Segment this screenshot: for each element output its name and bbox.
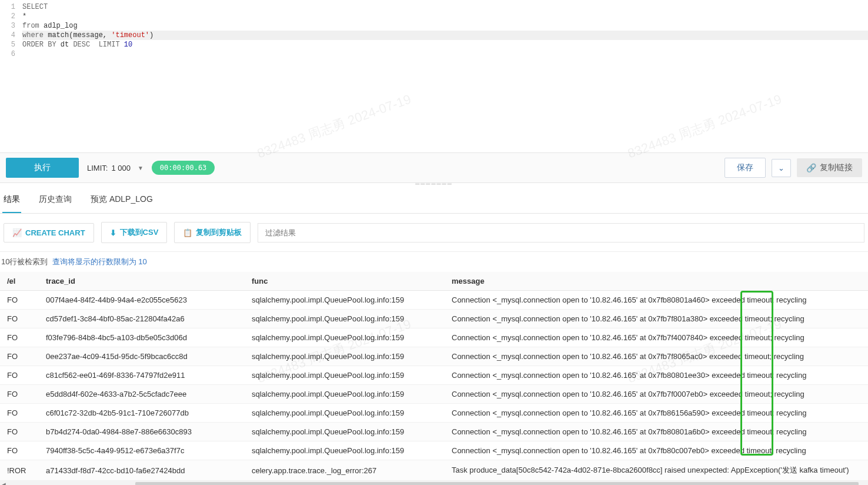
cell-level: FO <box>0 328 39 347</box>
save-button[interactable]: 保存 <box>725 158 766 178</box>
create-chart-button[interactable]: 📈 CREATE CHART <box>4 223 94 242</box>
cell-trace_id: a71433df-f8d7-42cc-bd10-fa6e27424bdd <box>39 460 245 481</box>
cell-trace_id: 0ee237ae-4c09-415d-95dc-5f9bcac6cc8d <box>39 347 245 366</box>
save-dropdown-button[interactable]: ⌄ <box>772 159 791 177</box>
result-tabs: 结果 历史查询 预览 ADLP_LOG <box>0 187 868 214</box>
tab-preview[interactable]: 预览 ADLP_LOG <box>89 194 154 213</box>
cell-func: sqlalchemy.pool.impl.QueuePool.log.info:… <box>245 404 445 423</box>
pane-drag-handle[interactable]: ═══════ <box>0 181 868 187</box>
editor-content[interactable]: SELECT * from adlp_log where match(messa… <box>22 2 868 59</box>
horizontal-scrollbar[interactable]: ◀ <box>0 481 868 485</box>
cell-level: FO <box>0 404 39 423</box>
cell-func: sqlalchemy.pool.impl.QueuePool.log.info:… <box>245 291 445 310</box>
row-count-info: 10行被检索到 查询将显示的行数限制为 10 <box>0 252 868 272</box>
editor-gutter: 1 2 3 4 5 6 <box>0 2 22 59</box>
table-row[interactable]: FO0ee237ae-4c09-415d-95dc-5f9bcac6cc8dsq… <box>0 347 868 366</box>
sql-editor-pane: 1 2 3 4 5 6 SELECT * from adlp_log where… <box>0 0 868 153</box>
cell-level: FO <box>0 291 39 310</box>
cell-level: FO <box>0 310 39 328</box>
cell-message: Connection <_mysql.connection open to '1… <box>445 441 868 460</box>
cell-func: celery.app.trace.trace._log_error:267 <box>245 460 445 481</box>
cell-func: sqlalchemy.pool.impl.QueuePool.log.info:… <box>245 441 445 460</box>
cell-message: Connection <_mysql.connection open to '1… <box>445 291 868 310</box>
cell-func: sqlalchemy.pool.impl.QueuePool.log.info:… <box>245 423 445 441</box>
query-toolbar: 执行 LIMIT: 1 000 ▼ 00:00:00.63 保存 ⌄ 🔗 复制链… <box>0 153 868 183</box>
col-header-func[interactable]: func <box>245 272 445 291</box>
cell-level: FO <box>0 347 39 366</box>
cell-message: Connection <_mysql.connection open to '1… <box>445 347 868 366</box>
scroll-thumb[interactable] <box>135 482 859 485</box>
cell-trace_id: b7b4d274-0da0-4984-88e7-886e6630c893 <box>39 423 245 441</box>
download-icon: ⬇ <box>110 228 116 237</box>
col-header-trace_id[interactable]: trace_id <box>39 272 245 291</box>
limit-selector[interactable]: LIMIT: 1 000 ▼ <box>87 164 143 172</box>
cell-trace_id: 7940ff38-5c5c-4a49-9512-e673e6a37f7c <box>39 441 245 460</box>
cell-message: Connection <_mysql.connection open to '1… <box>445 366 868 385</box>
cell-level: FO <box>0 423 39 441</box>
cell-func: sqlalchemy.pool.impl.QueuePool.log.info:… <box>245 347 445 366</box>
cell-message: Task produce_data[50c8c542-742a-4d02-871… <box>445 460 868 481</box>
download-csv-button[interactable]: ⬇ 下载到CSV <box>101 222 168 243</box>
table-row[interactable]: FO007f4ae4-84f2-44b9-94a4-e2c055ce5623sq… <box>0 291 868 310</box>
sql-editor[interactable]: 1 2 3 4 5 6 SELECT * from adlp_log where… <box>0 0 868 59</box>
link-icon: 🔗 <box>806 163 816 172</box>
table-row[interactable]: FOcd57def1-3c84-4bf0-85ac-212804fa42a6sq… <box>0 310 868 328</box>
tab-history[interactable]: 历史查询 <box>38 194 73 213</box>
table-row[interactable]: FOc6f01c72-32db-42b5-91c1-710e726077dbsq… <box>0 404 868 423</box>
limit-label: LIMIT: <box>87 164 108 172</box>
cell-message: Connection <_mysql.connection open to '1… <box>445 310 868 328</box>
table-row[interactable]: FOe5dd8d4f-602e-4633-a7b2-5c5cfadc7eeesq… <box>0 385 868 404</box>
chevron-down-icon: ⌄ <box>778 164 784 172</box>
copy-clipboard-button[interactable]: 📋 复制到剪贴板 <box>174 222 251 243</box>
cell-func: sqlalchemy.pool.impl.QueuePool.log.info:… <box>245 385 445 404</box>
cell-trace_id: cd57def1-3c84-4bf0-85ac-212804fa42a6 <box>39 310 245 328</box>
limit-value: 1 000 <box>111 164 131 172</box>
cell-level: !ROR <box>0 460 39 481</box>
cell-func: sqlalchemy.pool.impl.QueuePool.log.info:… <box>245 366 445 385</box>
tab-results[interactable]: 结果 <box>2 194 21 213</box>
cell-func: sqlalchemy.pool.impl.QueuePool.log.info:… <box>245 310 445 328</box>
table-row[interactable]: FOb7b4d274-0da0-4984-88e7-886e6630c893sq… <box>0 423 868 441</box>
cell-level: FO <box>0 385 39 404</box>
table-row[interactable]: FOf03fe796-84b8-4bc5-a103-db5e05c3d06dsq… <box>0 328 868 347</box>
scroll-left-icon[interactable]: ◀ <box>1 481 6 485</box>
cell-trace_id: c81cf562-ee01-469f-8336-74797fd2e911 <box>39 366 245 385</box>
results-table-wrap: 8324483 周志勇 2024-07-19 8324483 周志勇 2024-… <box>0 272 868 481</box>
table-row[interactable]: !RORa71433df-f8d7-42cc-bd10-fa6e27424bdd… <box>0 460 868 481</box>
cell-level: FO <box>0 366 39 385</box>
run-button[interactable]: 执行 <box>6 158 79 178</box>
cell-message: Connection <_mysql.connection open to '1… <box>445 385 868 404</box>
cell-trace_id: 007f4ae4-84f2-44b9-94a4-e2c055ce5623 <box>39 291 245 310</box>
watermark: 8324483 周志勇 2024-07-19 <box>625 91 784 163</box>
cell-message: Connection <_mysql.connection open to '1… <box>445 404 868 423</box>
chart-icon: 📈 <box>12 228 22 237</box>
cell-message: Connection <_mysql.connection open to '1… <box>445 423 868 441</box>
cell-trace_id: e5dd8d4f-602e-4633-a7b2-5c5cfadc7eee <box>39 385 245 404</box>
cell-func: sqlalchemy.pool.impl.QueuePool.log.info:… <box>245 328 445 347</box>
cell-message: Connection <_mysql.connection open to '1… <box>445 328 868 347</box>
elapsed-time: 00:00:00.63 <box>152 161 215 175</box>
results-toolbar: 📈 CREATE CHART ⬇ 下载到CSV 📋 复制到剪贴板 <box>0 214 868 252</box>
cell-trace_id: c6f01c72-32db-42b5-91c1-710e726077db <box>39 404 245 423</box>
filter-input[interactable] <box>258 223 864 242</box>
watermark: 8324483 周志勇 2024-07-19 <box>255 91 413 163</box>
cell-trace_id: f03fe796-84b8-4bc5-a103-db5e05c3d06d <box>39 328 245 347</box>
cell-level: FO <box>0 441 39 460</box>
col-header-message[interactable]: message <box>445 272 868 291</box>
row-limit-link[interactable]: 查询将显示的行数限制为 10 <box>52 257 147 266</box>
clipboard-icon: 📋 <box>183 228 192 237</box>
col-header-level[interactable]: /el <box>0 272 39 291</box>
table-row[interactable]: FOc81cf562-ee01-469f-8336-74797fd2e911sq… <box>0 366 868 385</box>
copy-link-button[interactable]: 🔗 复制链接 <box>797 158 862 177</box>
table-row[interactable]: FO7940ff38-5c5c-4a49-9512-e673e6a37f7csq… <box>0 441 868 460</box>
chevron-down-icon: ▼ <box>138 165 143 171</box>
results-table: /el trace_id func message FO007f4ae4-84f… <box>0 272 868 481</box>
